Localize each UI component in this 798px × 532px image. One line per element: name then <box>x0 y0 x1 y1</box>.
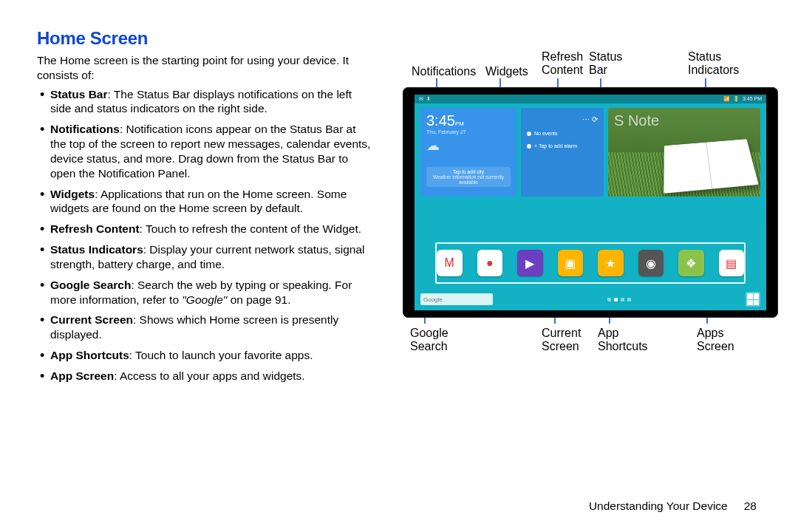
page-dot-current[interactable] <box>614 298 618 301</box>
weather-sub-text: Weather information not currently availa… <box>429 174 508 185</box>
feature-item: Google Search: Search the web by typing … <box>50 278 373 307</box>
refresh-icon[interactable]: ⋯ ⟳ <box>527 115 598 123</box>
clock-date: Thu, February 27 <box>426 129 511 134</box>
label-refresh: Refresh Content <box>542 50 583 77</box>
feature-list: Status Bar: The Status Bar displays noti… <box>37 87 373 383</box>
label-shortcuts: App Shortcuts <box>598 327 648 353</box>
app-shortcut[interactable]: ▣ <box>558 250 584 276</box>
notification-icons: ✉⬇ <box>417 96 432 102</box>
google-search-bar[interactable]: Google <box>420 293 493 305</box>
page-heading: Home Screen <box>37 28 373 49</box>
weather-tap-text[interactable]: Tap to add city <box>429 169 508 174</box>
feature-item: Refresh Content: Touch to refresh the co… <box>50 222 373 236</box>
app-shortcut[interactable]: M <box>437 250 463 276</box>
feature-item: Status Bar: The Status Bar displays noti… <box>50 87 373 117</box>
apps-screen-button[interactable] <box>746 292 760 307</box>
intro-text: The Home screen is the starting point fo… <box>37 53 373 83</box>
app-shortcut[interactable]: ◉ <box>638 250 664 276</box>
app-shortcut[interactable]: ★ <box>598 250 624 276</box>
device-frame: ✉⬇ 📶🔋3:45 PM 3:45PM Thu, February 27 ☁ T… <box>403 87 778 318</box>
feature-item: App Shortcuts: Touch to launch your favo… <box>50 348 373 363</box>
app-shortcuts-dock[interactable]: M●▶▣★◉❖▤ <box>435 242 746 284</box>
app-shortcut[interactable]: ▶ <box>517 250 543 276</box>
events-widget[interactable]: ⋯ ⟳ No events + Tap to add alarm <box>521 108 604 197</box>
status-indicators: 📶🔋3:45 PM <box>722 96 763 102</box>
weather-icon: ☁ <box>426 137 511 154</box>
page-dot[interactable] <box>627 298 631 301</box>
app-shortcut[interactable]: ● <box>477 250 503 276</box>
snote-title: S Note <box>614 112 659 129</box>
status-bar[interactable]: ✉⬇ 📶🔋3:45 PM <box>415 95 766 103</box>
feature-item: Widgets: Applications that run on the Ho… <box>50 187 373 216</box>
feature-item: Current Screen: Shows which Home screen … <box>50 313 373 342</box>
page-footer: Understanding Your Device28 <box>589 499 757 513</box>
notebook-graphic <box>664 139 758 194</box>
app-shortcut[interactable]: ▤ <box>719 250 745 276</box>
clock-time: 3:45 <box>426 112 455 129</box>
label-gsearch: Google Search <box>410 327 449 353</box>
feature-item: Notifications: Notification icons appear… <box>50 122 373 180</box>
screen-pager[interactable] <box>497 298 741 301</box>
add-alarm-text[interactable]: + Tap to add alarm <box>534 143 577 149</box>
page-dot[interactable] <box>621 298 624 301</box>
home-screen: ✉⬇ 📶🔋3:45 PM 3:45PM Thu, February 27 ☁ T… <box>415 95 766 310</box>
page-dot[interactable] <box>607 298 611 301</box>
label-indicators: Status Indicators <box>688 50 739 77</box>
feature-item: Status Indicators: Display your current … <box>50 242 373 272</box>
label-apps: Apps Screen <box>697 327 734 353</box>
widgets-area[interactable]: 3:45PM Thu, February 27 ☁ Tap to add cit… <box>415 103 766 197</box>
app-shortcut[interactable]: ❖ <box>678 250 704 276</box>
feature-item: App Screen: Access to all your apps and … <box>50 369 373 383</box>
no-events-text: No events <box>534 131 558 136</box>
snote-widget[interactable]: S Note <box>608 108 760 197</box>
label-statusbar: Status Bar <box>589 50 622 77</box>
label-current: Current Screen <box>542 327 581 353</box>
label-widgets: Widgets <box>485 65 528 78</box>
clock-weather-widget[interactable]: 3:45PM Thu, February 27 ☁ Tap to add cit… <box>420 108 516 197</box>
label-notifications: Notifications <box>412 65 476 78</box>
